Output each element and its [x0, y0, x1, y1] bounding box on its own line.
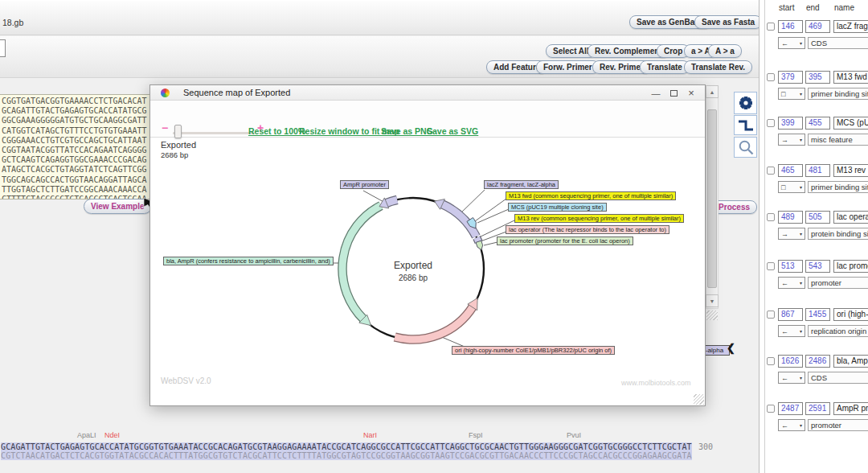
- feature-end-input[interactable]: 2591: [805, 402, 830, 415]
- translate-rev-button[interactable]: Translate Rev.: [684, 60, 752, 74]
- feature-direction-select[interactable]: →▾: [778, 228, 805, 240]
- feature-name-input[interactable]: bla, AmpR: [833, 355, 868, 368]
- feature-checkbox[interactable]: [767, 213, 775, 221]
- feature-end-input[interactable]: 481: [805, 164, 830, 177]
- popup-resize-grip[interactable]: [694, 394, 704, 405]
- reset-zoom-link[interactable]: Reset to 100%: [248, 126, 305, 136]
- feature-checkbox[interactable]: [767, 311, 775, 319]
- feature-name-input[interactable]: M13 rev (c: [833, 164, 868, 177]
- direction-arrow-icon: ←: [781, 279, 788, 287]
- feature-checkbox[interactable]: [767, 405, 775, 413]
- feature-start-input[interactable]: 489: [778, 211, 803, 224]
- sequence-top-strand: GCAGATTGTACTGAGAGTGCACCATATGCGGTGTGAAATA…: [1, 442, 692, 451]
- feature-checkbox[interactable]: [767, 167, 775, 175]
- feature-type-select[interactable]: replication origin: [808, 325, 868, 337]
- zoom-slider[interactable]: [173, 132, 255, 134]
- minimize-button[interactable]: —: [649, 85, 663, 101]
- map-feature-label: bla, AmpR (confers resistance to ampicil…: [163, 257, 334, 265]
- feature-direction-select[interactable]: ←▾: [778, 372, 805, 384]
- feature-checkbox[interactable]: [767, 262, 775, 270]
- feature-end-input[interactable]: 455: [805, 117, 830, 130]
- close-button[interactable]: ×: [684, 85, 698, 101]
- direction-arrow-icon: →: [781, 136, 788, 144]
- settings-button[interactable]: [734, 92, 757, 114]
- molbiotools-site-label: www.molbiotools.com: [621, 379, 691, 387]
- feature-name-input[interactable]: MCS (pUC: [833, 117, 868, 130]
- map-feature-label: M13 rev (common sequencing primer, one o…: [514, 214, 684, 223]
- chevron-down-icon: ▾: [800, 328, 802, 334]
- translate-button[interactable]: Translate: [640, 60, 690, 74]
- feature-start-input[interactable]: 2487: [778, 402, 803, 415]
- feature-checkbox[interactable]: [767, 357, 775, 365]
- chevron-down-icon: ▾: [800, 91, 802, 97]
- sequence-position-number: 300: [698, 442, 713, 451]
- feature-name-input[interactable]: lac operato: [833, 211, 868, 224]
- lacz-arc: [442, 204, 477, 236]
- popup-title-bar[interactable]: Sequence map of Exported: [150, 85, 705, 101]
- left-edge-input[interactable]: [0, 39, 6, 57]
- feature-end-input[interactable]: 469: [805, 20, 830, 33]
- feature-name-input[interactable]: M13 fwd (c: [833, 71, 868, 84]
- feature-name-input[interactable]: ori (high-c: [833, 308, 868, 321]
- restriction-site-label: ApaLI: [77, 431, 96, 439]
- maximize-button[interactable]: [666, 85, 681, 101]
- scroll-down-button[interactable]: ▼: [706, 294, 719, 307]
- feature-type-select[interactable]: CDS: [808, 372, 868, 384]
- scroll-up-button[interactable]: ▲: [706, 85, 719, 98]
- feature-start-input[interactable]: 146: [778, 20, 803, 33]
- feature-type-select[interactable]: misc feature: [808, 134, 868, 146]
- save-png-link[interactable]: Save as PNG: [381, 126, 433, 136]
- feature-start-input[interactable]: 513: [778, 260, 803, 273]
- sequence-bottom-strand: CGTCTAACATGACTCTCACGTGGTATACGCCACACTTTAT…: [1, 451, 692, 460]
- feature-direction-select[interactable]: □▾: [778, 88, 805, 100]
- feature-type-select[interactable]: promoter: [808, 277, 868, 289]
- feature-checkbox[interactable]: [767, 73, 775, 81]
- zoom-slider-thumb[interactable]: [174, 125, 182, 138]
- zoom-out-button[interactable]: −: [162, 121, 168, 134]
- feature-name-input[interactable]: AmpR pro: [833, 402, 868, 415]
- feature-column-header: end: [806, 3, 820, 12]
- feature-type-select[interactable]: promoter: [808, 419, 868, 431]
- feature-direction-select[interactable]: →▾: [778, 134, 805, 146]
- feature-name-input[interactable]: lac promot: [833, 260, 868, 273]
- forw-primer-button[interactable]: Forw. Primer: [536, 60, 600, 74]
- main-scrollbar-thumb[interactable]: [707, 109, 717, 288]
- feature-direction-select[interactable]: □▾: [778, 181, 805, 193]
- feature-direction-select[interactable]: ←▾: [778, 37, 805, 49]
- feature-column-header: name: [834, 3, 854, 12]
- feature-start-input[interactable]: 867: [778, 308, 803, 321]
- chevron-down-icon: ▾: [800, 184, 802, 190]
- feature-start-input[interactable]: 1626: [778, 355, 803, 368]
- save-fasta-button[interactable]: Save as Fasta: [694, 15, 762, 29]
- textarea-resize-grip[interactable]: [706, 311, 718, 320]
- m13rev-chip: [477, 237, 479, 242]
- feature-start-input[interactable]: 379: [778, 71, 803, 84]
- feature-start-input[interactable]: 399: [778, 117, 803, 130]
- feature-type-select[interactable]: CDS: [808, 37, 868, 49]
- direction-arrow-icon: ←: [781, 374, 788, 382]
- feature-start-input[interactable]: 465: [778, 164, 803, 177]
- feature-end-input[interactable]: 543: [805, 260, 830, 273]
- feature-checkbox[interactable]: [767, 119, 775, 127]
- restriction-site-label: PvuI: [567, 431, 581, 439]
- elbow-connector-button[interactable]: [734, 115, 757, 135]
- feature-end-input[interactable]: 395: [805, 71, 830, 84]
- feature-direction-select[interactable]: ←▾: [778, 325, 805, 337]
- feature-end-input[interactable]: 1455: [805, 308, 830, 321]
- uppercase-to-lowercase-button[interactable]: A > a: [708, 44, 742, 58]
- feature-type-select[interactable]: primer binding site: [808, 88, 868, 100]
- feature-end-input[interactable]: 505: [805, 211, 830, 224]
- feature-checkbox[interactable]: [767, 23, 775, 31]
- feature-end-input[interactable]: 2486: [805, 355, 830, 368]
- feature-direction-select[interactable]: ←▾: [778, 277, 805, 289]
- feature-name-input[interactable]: lacZ fragm: [833, 20, 868, 33]
- m13rev-chip-outline: [477, 237, 479, 242]
- save-svg-link[interactable]: Save as SVG: [427, 126, 478, 136]
- zoom-search-button[interactable]: [734, 137, 757, 158]
- feature-type-select[interactable]: primer binding site: [808, 181, 868, 193]
- feature-type-select[interactable]: protein binding site: [808, 228, 868, 240]
- feature-direction-select[interactable]: ←▾: [778, 419, 805, 431]
- map-feature-label: AmpR promoter: [340, 180, 389, 189]
- view-example-button[interactable]: View Example: [84, 199, 152, 214]
- map-feature-label: M13 fwd (common sequencing primer, one o…: [506, 191, 676, 200]
